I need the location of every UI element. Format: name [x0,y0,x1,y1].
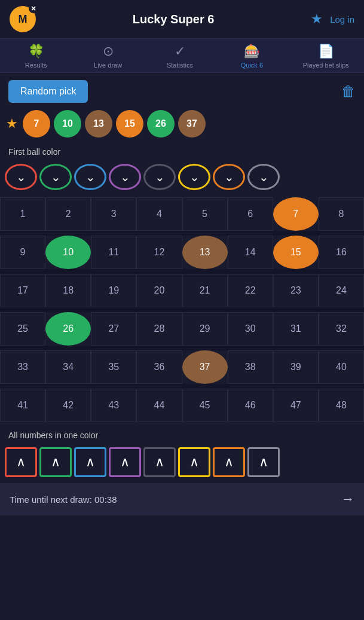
color-up-dark[interactable]: ∧ [143,447,176,477]
grid-cell-24[interactable]: 24 [319,274,364,307]
grid-cell-inner-13: 13 [193,240,217,264]
selected-ball-2[interactable]: 10 [54,110,81,138]
grid-cell-6[interactable]: 6 [228,197,273,231]
color-up-blue[interactable]: ∧ [74,447,106,477]
nav-results[interactable]: 🍀 Results [15,44,57,69]
grid-cell-8[interactable]: 8 [319,197,364,231]
grid-cell-2[interactable]: 2 [45,197,91,231]
login-button[interactable]: Log in [330,14,354,25]
trash-icon[interactable]: 🗑 [341,83,356,100]
grid-row-divider [0,346,364,350]
grid-row-divider [0,307,364,312]
color-selector-orange[interactable]: ⌄ [213,164,245,190]
selected-ball-5[interactable]: 26 [147,110,175,138]
page-title: Lucky Super 6 [133,13,215,26]
favorite-star-icon[interactable]: ★ [6,116,18,132]
selected-ball-4[interactable]: 15 [116,110,143,138]
color-up-purple[interactable]: ∧ [109,447,141,477]
color-selector-purple[interactable]: ⌄ [109,164,141,190]
grid-cell-inner-21: 21 [193,279,217,303]
color-selector-blue[interactable]: ⌄ [74,164,106,190]
grid-cell-23[interactable]: 23 [273,274,319,307]
grid-cell-46[interactable]: 46 [228,389,273,422]
timer-text: Time until next draw: 00:38 [10,494,117,505]
grid-cell-32[interactable]: 32 [319,312,364,346]
grid-cell-inner-18: 18 [56,279,80,303]
grid-cell-45[interactable]: 45 [182,389,228,422]
grid-cell-44[interactable]: 44 [136,389,182,422]
grid-cell-48[interactable]: 48 [319,389,364,422]
grid-cell-inner-47: 47 [284,393,308,417]
grid-cell-1[interactable]: 1 [0,197,45,231]
color-selector-gray[interactable]: ⌄ [247,164,280,190]
grid-cell-47[interactable]: 47 [273,389,319,422]
grid-cell-inner-10: 10 [56,240,80,264]
color-up-green[interactable]: ∧ [39,447,72,477]
random-pick-button[interactable]: Random pick [8,80,88,103]
color-up-orange[interactable]: ∧ [213,447,245,477]
grid-cell-42[interactable]: 42 [45,389,91,422]
grid-cell-5[interactable]: 5 [182,197,228,231]
color-selector-dark[interactable]: ⌄ [143,164,176,190]
grid-cell-13[interactable]: 13 [182,236,228,269]
nav-live-draw[interactable]: ⊙ Live draw [87,44,129,69]
quick6-icon: 🎰 [244,44,260,59]
nav-statistics[interactable]: ✓ Statistics [159,44,201,69]
number-grid: 1234567891011121314151617181920212223242… [0,195,364,424]
grid-cell-14[interactable]: 14 [228,236,273,269]
grid-cell-inner-26: 26 [56,317,80,341]
grid-cell-36[interactable]: 36 [136,350,182,384]
grid-cell-inner-25: 25 [11,317,35,341]
grid-cell-27[interactable]: 27 [91,312,136,346]
color-up-yellow[interactable]: ∧ [178,447,210,477]
grid-cell-inner-27: 27 [102,317,126,341]
grid-cell-37[interactable]: 37 [182,350,228,384]
grid-cell-inner-20: 20 [147,279,171,303]
grid-cell-33[interactable]: 33 [0,350,45,384]
grid-cell-25[interactable]: 25 [0,312,45,346]
grid-cell-11[interactable]: 11 [91,236,136,269]
color-up-red[interactable]: ∧ [5,447,37,477]
grid-cell-26[interactable]: 26 [45,312,91,346]
grid-cell-21[interactable]: 21 [182,274,228,307]
grid-cell-18[interactable]: 18 [45,274,91,307]
nav-live-draw-label: Live draw [94,62,122,69]
selected-ball-3[interactable]: 13 [85,110,112,138]
grid-cell-31[interactable]: 31 [273,312,319,346]
color-selector-red[interactable]: ⌄ [5,164,37,190]
grid-row-divider [0,269,364,274]
grid-cell-4[interactable]: 4 [136,197,182,231]
grid-cell-12[interactable]: 12 [136,236,182,269]
grid-cell-29[interactable]: 29 [182,312,228,346]
grid-cell-17[interactable]: 17 [0,274,45,307]
grid-cell-19[interactable]: 19 [91,274,136,307]
grid-cell-35[interactable]: 35 [91,350,136,384]
grid-cell-3[interactable]: 3 [91,197,136,231]
grid-cell-inner-12: 12 [147,240,171,264]
grid-cell-10[interactable]: 10 [45,236,91,269]
color-selector-green[interactable]: ⌄ [39,164,72,190]
selected-ball-1[interactable]: 7 [23,110,50,138]
favorite-icon[interactable]: ★ [311,11,323,27]
grid-cell-30[interactable]: 30 [228,312,273,346]
grid-cell-9[interactable]: 9 [0,236,45,269]
grid-cell-41[interactable]: 41 [0,389,45,422]
grid-cell-16[interactable]: 16 [319,236,364,269]
footer-arrow-icon[interactable]: → [341,491,354,507]
grid-cell-43[interactable]: 43 [91,389,136,422]
grid-cell-39[interactable]: 39 [273,350,319,384]
nav-quick6[interactable]: 🎰 Quick 6 [231,44,273,69]
grid-cell-28[interactable]: 28 [136,312,182,346]
grid-cell-20[interactable]: 20 [136,274,182,307]
nav-played-slips[interactable]: 📄 Played bet slips [303,44,349,69]
grid-cell-40[interactable]: 40 [319,350,364,384]
grid-cell-22[interactable]: 22 [228,274,273,307]
color-up-gray[interactable]: ∧ [247,447,280,477]
grid-cell-7[interactable]: 7 [273,197,319,231]
grid-cell-38[interactable]: 38 [228,350,273,384]
grid-cell-34[interactable]: 34 [45,350,91,384]
selected-ball-6[interactable]: 37 [178,110,206,138]
grid-cell-15[interactable]: 15 [273,236,319,269]
nav-statistics-label: Statistics [167,62,193,69]
color-selector-yellow[interactable]: ⌄ [178,164,210,190]
